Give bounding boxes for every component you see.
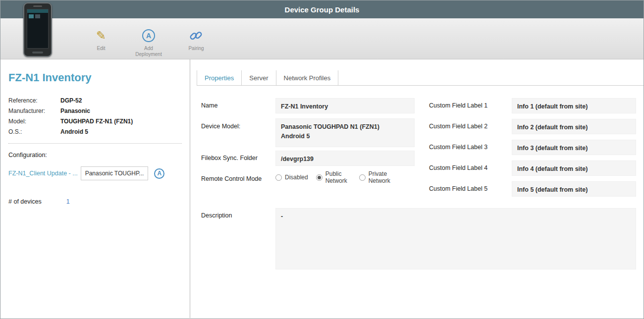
radio-option-private-network[interactable]: Private Network bbox=[359, 170, 394, 185]
custom-field-2-label: Custom Field Label 2 bbox=[429, 123, 487, 130]
devices-count-value[interactable]: 1 bbox=[66, 198, 70, 205]
tab-properties[interactable]: Properties bbox=[197, 70, 242, 85]
custom-field-1-label: Custom Field Label 1 bbox=[429, 102, 487, 109]
device-thumbnail bbox=[23, 2, 52, 57]
pairing-button-label: Pairing bbox=[180, 46, 212, 52]
add-deployment-icon: A bbox=[142, 27, 155, 44]
pairing-chain-icon bbox=[189, 27, 204, 44]
tab-bar: Properties Server Network Profiles bbox=[197, 70, 644, 86]
radio-2[interactable] bbox=[359, 174, 366, 181]
tab-network-profiles[interactable]: Network Profiles bbox=[276, 70, 339, 85]
devices-count-row: # of devices 1 bbox=[8, 198, 182, 205]
custom-field-4-label: Custom Field Label 4 bbox=[429, 164, 487, 171]
radio-label-disabled: Disabled bbox=[285, 174, 308, 181]
radio-option-disabled[interactable]: Disabled bbox=[275, 174, 308, 181]
reference-row: Reference: DGP-52 bbox=[8, 97, 182, 104]
filebox-label: Filebox Sync. Folder bbox=[201, 155, 258, 161]
device-group-summary-panel: FZ-N1 Inventory Reference: DGP-52 Manufa… bbox=[0, 59, 190, 318]
edit-pencil-icon: ✎ bbox=[96, 27, 106, 44]
device-home-button bbox=[32, 52, 43, 53]
pairing-button[interactable]: Pairing bbox=[177, 27, 215, 52]
devices-count-label: # of devices bbox=[8, 198, 42, 205]
os-value: Android 5 bbox=[60, 128, 88, 135]
name-label: Name bbox=[201, 102, 217, 109]
toolbar: ✎ Edit A Add Deployment Pairing bbox=[0, 18, 644, 59]
remote-control-radio-group: Disabled Public Network Private Network bbox=[275, 170, 402, 185]
window-title: Device Group Details bbox=[285, 5, 360, 14]
tab-server[interactable]: Server bbox=[242, 70, 276, 85]
radio-1[interactable] bbox=[316, 174, 322, 181]
manufacturer-row: Manufacturer: Panasonic bbox=[8, 107, 182, 114]
custom-field-1-value: Info 1 (default from site) bbox=[512, 98, 636, 113]
device-group-details-panel: Properties Server Network Profiles Name … bbox=[191, 59, 644, 318]
radio-label-public-network: Public Network bbox=[325, 170, 351, 185]
device-model-line2: Android 5 bbox=[281, 132, 409, 141]
radio-0[interactable] bbox=[275, 174, 282, 181]
custom-field-5-value: Info 5 (default from site) bbox=[512, 181, 636, 197]
os-row: O.S.: Android 5 bbox=[8, 128, 182, 135]
custom-field-3-value: Info 3 (default from site) bbox=[512, 140, 636, 155]
description-label: Description bbox=[201, 212, 232, 219]
device-model-field: Panasonic TOUGHPAD N1 (FZN1) Android 5 bbox=[275, 118, 415, 147]
edit-button[interactable]: ✎ Edit bbox=[82, 27, 120, 52]
model-row: Model: TOUGHPAD FZ-N1 (FZN1) bbox=[8, 118, 182, 125]
device-speaker bbox=[33, 5, 42, 7]
model-value: TOUGHPAD FZ-N1 (FZN1) bbox=[60, 118, 133, 125]
window-title-bar: Device Group Details bbox=[0, 0, 644, 18]
radio-option-public-network[interactable]: Public Network bbox=[316, 170, 351, 185]
device-screen-app-icon bbox=[29, 14, 34, 18]
description-field: - bbox=[275, 208, 636, 269]
deployment-circled-a-icon: A bbox=[154, 168, 164, 179]
custom-field-3-label: Custom Field Label 3 bbox=[429, 144, 487, 151]
device-group-title: FZ-N1 Inventory bbox=[8, 71, 182, 84]
os-label: O.S.: bbox=[8, 128, 60, 135]
device-screen-app-icon2 bbox=[35, 14, 40, 18]
configuration-row: FZ-N1_Client Update - ... Panasonic TOUG… bbox=[8, 166, 182, 180]
name-field: FZ-N1 Inventory bbox=[275, 98, 415, 113]
configuration-label: Configuration: bbox=[8, 152, 182, 159]
manufacturer-value: Panasonic bbox=[60, 107, 90, 114]
separator bbox=[8, 143, 182, 144]
custom-field-2-value: Info 2 (default from site) bbox=[512, 119, 636, 134]
reference-value: DGP-52 bbox=[60, 97, 82, 104]
device-group-details-window: Device Group Details ✎ Edit A Add Deploy… bbox=[0, 0, 644, 319]
manufacturer-label: Manufacturer: bbox=[8, 107, 60, 114]
radio-label-private-network: Private Network bbox=[369, 170, 394, 185]
edit-button-label: Edit bbox=[85, 46, 117, 52]
custom-field-5-label: Custom Field Label 5 bbox=[429, 185, 487, 192]
configuration-target: Panasonic TOUGHP... bbox=[81, 166, 149, 180]
reference-label: Reference: bbox=[8, 97, 60, 104]
configuration-link[interactable]: FZ-N1_Client Update - ... bbox=[8, 170, 78, 177]
device-model-label: Device Model: bbox=[201, 123, 240, 130]
device-screen bbox=[27, 9, 49, 49]
add-deployment-button-label: Add Deployment bbox=[133, 46, 164, 57]
filebox-field: /devgrp139 bbox=[275, 151, 415, 166]
model-label: Model: bbox=[8, 118, 60, 125]
device-model-line1: Panasonic TOUGHPAD N1 (FZN1) bbox=[281, 122, 409, 132]
custom-field-4-value: Info 4 (default from site) bbox=[512, 160, 636, 176]
remote-control-label: Remote Control Mode bbox=[201, 175, 262, 182]
device-screen-statusbar bbox=[27, 9, 48, 13]
add-deployment-button[interactable]: A Add Deployment bbox=[130, 27, 167, 57]
